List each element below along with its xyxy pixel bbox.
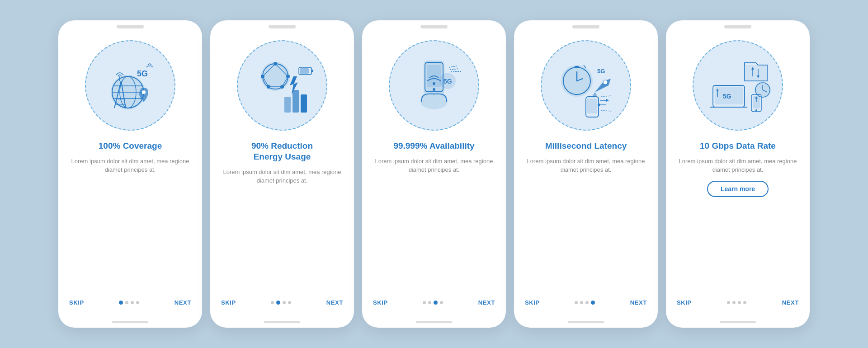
- dot-3-4: [440, 301, 443, 304]
- dot-1-2: [125, 301, 128, 304]
- skip-button-4[interactable]: SKIP: [525, 299, 540, 306]
- dot-4-4: [591, 301, 595, 305]
- dots-4: [575, 301, 595, 305]
- card-title-availability: 99.999% Availability: [393, 141, 474, 151]
- dot-4-1: [575, 301, 578, 304]
- card-coverage: 5G 100% Coverage Lorem ipsum dolor sit d…: [58, 20, 202, 328]
- card-datarate: 5G: [666, 20, 810, 328]
- svg-text:5G: 5G: [137, 69, 148, 78]
- skip-button-2[interactable]: SKIP: [221, 299, 236, 306]
- dots-1: [119, 301, 139, 305]
- next-button-3[interactable]: NEXT: [478, 299, 495, 306]
- dot-2-3: [283, 301, 286, 304]
- skip-button-5[interactable]: SKIP: [677, 299, 692, 306]
- svg-point-45: [603, 80, 608, 85]
- card-nav-latency: SKIP NEXT: [523, 299, 649, 319]
- skip-button-1[interactable]: SKIP: [69, 299, 84, 306]
- datarate-icon: 5G: [704, 52, 772, 119]
- icon-datarate-circle: 5G: [693, 40, 783, 131]
- dot-5-4: [743, 301, 746, 304]
- card-latency: 5G Millisecond Latency Lorem ipsum dolor…: [514, 20, 658, 328]
- svg-text:5G: 5G: [723, 93, 731, 100]
- learn-more-button[interactable]: Learn more: [707, 181, 769, 197]
- svg-point-35: [433, 88, 435, 91]
- card-nav-datarate: SKIP NEXT: [675, 299, 801, 319]
- svg-rect-61: [745, 65, 767, 81]
- card-availability: 5G 99.999% Availability Lorem ipsum dolo…: [362, 20, 506, 328]
- svg-rect-30: [311, 70, 313, 72]
- card-title-coverage: 100% Coverage: [99, 141, 162, 151]
- dot-3-2: [428, 301, 431, 304]
- next-button-2[interactable]: NEXT: [326, 299, 343, 306]
- dot-5-2: [732, 301, 736, 304]
- card-nav-coverage: SKIP NEXT: [67, 299, 193, 319]
- latency-icon: 5G: [552, 52, 620, 119]
- dot-3-3: [434, 301, 438, 305]
- icon-energy-circle: [237, 40, 327, 131]
- card-title-datarate: 10 Gbps Data Rate: [700, 141, 776, 151]
- svg-text:5G: 5G: [443, 78, 452, 85]
- skip-button-3[interactable]: SKIP: [373, 299, 388, 306]
- next-button-5[interactable]: NEXT: [782, 299, 799, 306]
- card-energy: 90% ReductionEnergy Usage Lorem ipsum do…: [210, 20, 354, 328]
- svg-rect-26: [292, 90, 299, 113]
- svg-point-72: [755, 109, 757, 111]
- svg-point-36: [433, 82, 435, 85]
- dot-4-2: [580, 301, 583, 304]
- dot-1-4: [136, 301, 139, 304]
- svg-point-12: [142, 90, 146, 94]
- dot-5-1: [727, 301, 730, 304]
- energy-icon: [248, 52, 316, 119]
- next-button-1[interactable]: NEXT: [175, 299, 191, 306]
- dot-2-2: [276, 301, 280, 305]
- dots-5: [727, 301, 746, 304]
- cards-container: 5G 100% Coverage Lorem ipsum dolor sit d…: [58, 20, 810, 328]
- svg-rect-43: [575, 66, 579, 68]
- dot-4-3: [585, 301, 589, 304]
- svg-text:5G: 5G: [597, 68, 605, 75]
- card-body-availability: Lorem ipsum dolor sit dim amet, mea regi…: [371, 157, 497, 174]
- coverage-icon: 5G: [96, 52, 164, 119]
- card-body-latency: Lorem ipsum dolor sit dim amet, mea regi…: [523, 157, 649, 174]
- card-title-energy: 90% ReductionEnergy Usage: [251, 141, 313, 162]
- next-button-4[interactable]: NEXT: [630, 299, 647, 306]
- dot-3-1: [423, 301, 426, 304]
- dot-2-1: [271, 301, 274, 304]
- icon-availability-circle: 5G: [389, 40, 479, 131]
- dots-3: [423, 301, 443, 305]
- card-nav-energy: SKIP NEXT: [219, 299, 345, 319]
- dot-2-4: [288, 301, 291, 304]
- svg-rect-27: [301, 94, 307, 113]
- dot-1-1: [119, 301, 123, 305]
- dot-1-3: [131, 301, 134, 304]
- card-body-coverage: Lorem ipsum dolor sit dim amet, mea regi…: [67, 157, 193, 174]
- svg-line-53: [601, 96, 611, 97]
- card-body-energy: Lorem ipsum dolor sit dim amet, mea regi…: [219, 168, 345, 185]
- svg-marker-50: [606, 99, 609, 102]
- icon-latency-circle: 5G: [541, 40, 631, 131]
- svg-rect-25: [284, 97, 291, 113]
- icon-coverage-circle: 5G: [85, 40, 175, 131]
- card-body-datarate: Lorem ipsum dolor sit dim amet, mea regi…: [675, 157, 801, 174]
- dots-2: [271, 301, 291, 305]
- dot-5-3: [738, 301, 741, 304]
- card-title-latency: Millisecond Latency: [545, 141, 627, 151]
- svg-line-54: [601, 110, 611, 111]
- svg-rect-48: [587, 99, 597, 113]
- card-nav-availability: SKIP NEXT: [371, 299, 497, 319]
- svg-rect-31: [300, 68, 309, 74]
- availability-icon: 5G: [400, 52, 468, 119]
